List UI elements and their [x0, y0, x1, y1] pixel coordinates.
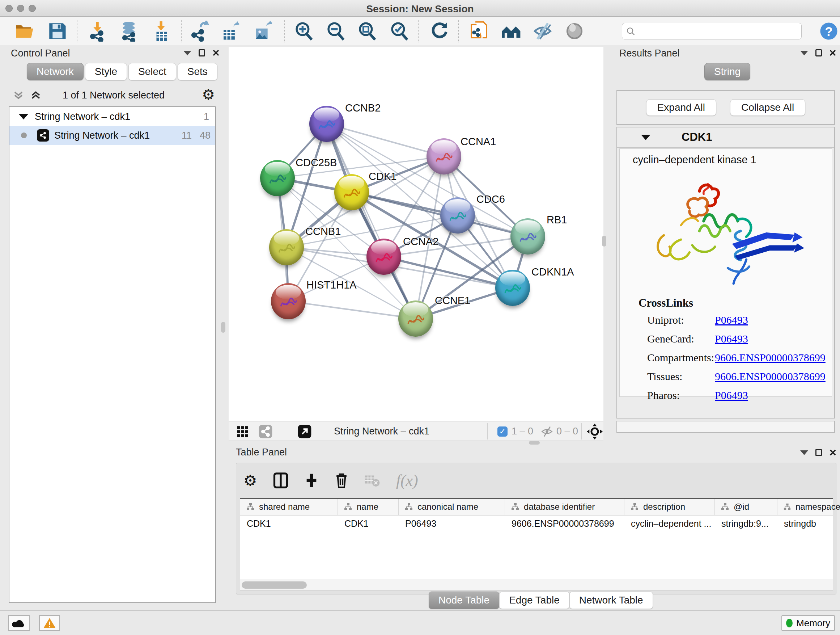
network-node-rb1[interactable] — [510, 218, 545, 255]
panel-float-icon[interactable] — [199, 49, 205, 57]
left-splitter-grip[interactable] — [221, 322, 225, 333]
expand-all-button[interactable]: Expand All — [646, 99, 716, 116]
zoom-in-icon[interactable] — [294, 21, 314, 42]
string-toggle-icon[interactable] — [258, 424, 273, 439]
crosslink-link[interactable]: P06493 — [715, 314, 748, 326]
tab-string[interactable]: String — [704, 63, 750, 80]
table-gear-icon[interactable]: ⚙ — [243, 472, 257, 489]
network-node-cdc6[interactable] — [440, 197, 475, 233]
panel-menu-icon[interactable] — [800, 450, 808, 455]
panel-close-icon[interactable] — [829, 449, 836, 456]
crosslinks-heading: CrossLinks — [638, 296, 832, 310]
memory-button[interactable]: Memory — [782, 615, 835, 631]
houses-icon[interactable] — [501, 21, 522, 42]
column-header-canonicalname[interactable]: canonical name — [399, 499, 505, 515]
panel-menu-icon[interactable] — [183, 51, 191, 55]
network-node-hist1h1a[interactable] — [271, 283, 306, 319]
network-node-cdk1[interactable] — [334, 174, 369, 211]
crosslink-label: Compartments: — [647, 352, 714, 364]
hidden-eye-icon — [540, 426, 554, 437]
network-node-cdkn1a[interactable] — [495, 270, 530, 306]
results-actions: Expand All Collapse All — [616, 90, 835, 125]
panel-close-icon[interactable] — [212, 49, 219, 57]
column-header-sharedname[interactable]: shared name — [240, 499, 338, 515]
table-row[interactable]: CDK1CDK1P064939606.ENSP00000378699cyclin… — [240, 516, 833, 533]
network-node-ccnb2[interactable] — [309, 106, 344, 142]
tab-node-table[interactable]: Node Table — [429, 592, 499, 609]
zoom-selected-icon[interactable] — [389, 21, 410, 42]
zoom-fit-icon[interactable] — [357, 21, 378, 42]
search-input[interactable] — [639, 24, 798, 38]
gear-icon[interactable]: ⚙ — [202, 86, 215, 103]
delete-table-icon[interactable] — [364, 473, 380, 488]
crosslink-link[interactable]: 9606.ENSP00000378699 — [715, 371, 826, 383]
fit-crosshair-icon[interactable] — [587, 424, 603, 440]
export-image-icon[interactable] — [253, 21, 273, 42]
warning-button[interactable] — [39, 615, 60, 631]
sphere-icon[interactable] — [564, 21, 585, 42]
tab-network[interactable]: Network — [27, 63, 84, 80]
hide-eye-icon[interactable] — [532, 21, 553, 42]
collapse-triangle-icon[interactable] — [19, 114, 28, 119]
right-splitter-grip[interactable] — [602, 236, 606, 247]
birds-eye-grid-icon[interactable] — [236, 425, 249, 439]
open-session-icon[interactable] — [14, 21, 35, 42]
column-header-databaseidentifier[interactable]: database identifier — [505, 499, 624, 515]
crosslink-link[interactable]: P06493 — [715, 333, 748, 345]
panel-close-icon[interactable] — [829, 49, 836, 57]
network-canvas[interactable]: CCNB2CCNA1CDC25BCDK1CDC6RB1CCNB1CCNA2CDK… — [229, 47, 603, 421]
network-row-selected[interactable]: String Network – cdk1 11 48 — [9, 126, 215, 145]
selected-checkbox-icon[interactable]: ✓ — [497, 426, 508, 437]
table-toolbar: ⚙ f(x) — [243, 469, 418, 492]
zoom-out-icon[interactable] — [325, 21, 346, 42]
crosslinks-section: CrossLinks Uniprot:P06493GeneCard:P06493… — [620, 296, 832, 404]
column-header-name[interactable]: name — [338, 499, 399, 515]
import-network-database-icon[interactable] — [118, 21, 139, 42]
collapse-triangle-icon[interactable] — [641, 135, 651, 140]
help-icon[interactable]: ? — [818, 21, 839, 42]
network-node-ccna1[interactable] — [426, 138, 461, 174]
results-panel: Results Panel String Expand All Collapse… — [615, 47, 840, 444]
network-node-cdc25b[interactable] — [260, 160, 295, 196]
export-network-icon[interactable] — [189, 21, 210, 42]
import-table-icon[interactable] — [151, 21, 172, 42]
network-node-ccne1[interactable] — [398, 301, 433, 337]
network-node-ccna2[interactable] — [366, 239, 401, 275]
column-header-description[interactable]: description — [624, 499, 715, 515]
protein-header[interactable]: CDK1 — [617, 127, 834, 148]
share-file-icon[interactable] — [469, 21, 490, 42]
tab-style[interactable]: Style — [85, 63, 127, 80]
selected-counts: 1 – 0 — [512, 426, 533, 437]
import-network-file-icon[interactable] — [88, 21, 109, 42]
node-label-cdk1: CDK1 — [369, 171, 396, 182]
columns-icon[interactable] — [273, 472, 288, 489]
panel-float-icon[interactable] — [815, 49, 822, 57]
refresh-icon[interactable] — [429, 21, 450, 42]
open-in-new-icon[interactable] — [297, 424, 312, 439]
toolbar-separator — [418, 20, 418, 42]
export-table-icon[interactable] — [220, 21, 241, 42]
function-builder-icon[interactable]: f(x) — [396, 471, 418, 490]
cloud-button[interactable] — [8, 615, 30, 631]
network-node-ccnb1[interactable] — [269, 229, 304, 265]
network-collection-row[interactable]: String Network – cdk1 1 — [9, 107, 215, 126]
tab-network-table[interactable]: Network Table — [569, 592, 653, 609]
crosslink-link[interactable]: 9606.ENSP00000378699 — [715, 352, 826, 364]
node-label-hist1h1a: HIST1H1A — [306, 279, 357, 291]
save-session-icon[interactable] — [47, 21, 68, 42]
column-header-id[interactable]: @id — [715, 499, 777, 515]
table-hscrollbar[interactable] — [240, 580, 833, 591]
add-column-icon[interactable] — [304, 472, 319, 488]
tab-select[interactable]: Select — [128, 63, 176, 80]
table-cell: P06493 — [399, 516, 505, 533]
crosslink-link[interactable]: P06493 — [715, 389, 748, 402]
scrollbar-thumb[interactable] — [242, 581, 307, 589]
table-panel-title: Table Panel — [236, 447, 287, 458]
panel-float-icon[interactable] — [815, 449, 822, 456]
tab-edge-table[interactable]: Edge Table — [499, 592, 569, 609]
column-header-namespace[interactable]: namespace — [777, 499, 840, 515]
panel-menu-icon[interactable] — [800, 51, 808, 55]
delete-column-icon[interactable] — [335, 472, 348, 489]
collapse-all-button[interactable]: Collapse All — [730, 99, 805, 116]
tab-sets[interactable]: Sets — [178, 63, 218, 80]
